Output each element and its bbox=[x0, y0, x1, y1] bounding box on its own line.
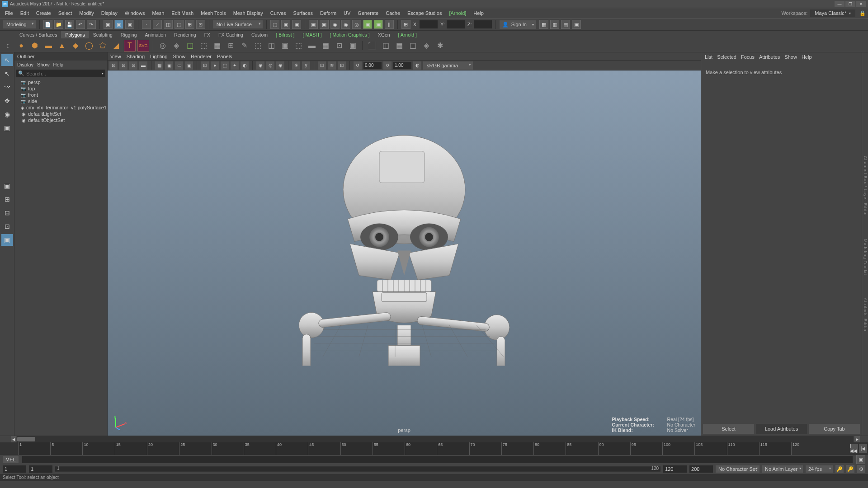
paint-select-icon[interactable]: 〰 bbox=[1, 81, 13, 93]
shelf-tab-rendering[interactable]: Rendering bbox=[170, 31, 200, 38]
four-view-icon[interactable]: ⊞ bbox=[1, 193, 13, 205]
vp-smooth-shade-icon[interactable]: ● bbox=[211, 61, 219, 70]
poly-type-icon[interactable]: T bbox=[124, 40, 136, 52]
live-surface-selector[interactable]: No Live Surface bbox=[213, 20, 263, 28]
vp-menu-panels[interactable]: Panels bbox=[217, 54, 232, 59]
outliner-search[interactable]: 🔍 ▾ bbox=[16, 70, 105, 77]
z-field[interactable] bbox=[474, 20, 492, 28]
vp-gamma-reset-icon[interactable]: ↺ bbox=[383, 61, 392, 70]
menu-arnold[interactable]: [Arnold] bbox=[446, 9, 469, 17]
attr-menu-list[interactable]: List bbox=[705, 54, 712, 60]
vp-lock-camera-icon[interactable]: ⊡ bbox=[119, 61, 127, 70]
select-tool-icon[interactable]: ↖ bbox=[1, 54, 13, 66]
poly-platonic-icon[interactable]: ◈ bbox=[170, 40, 182, 52]
outliner-node-objectset[interactable]: ◉defaultObjectSet bbox=[14, 117, 107, 123]
anim-prefs-icon[interactable]: ⚙ bbox=[857, 465, 865, 473]
poly-cube-icon[interactable]: ⬢ bbox=[29, 40, 41, 52]
scroll-left-icon[interactable]: ◀ bbox=[11, 436, 16, 442]
cache-icon[interactable]: ▣ bbox=[374, 20, 383, 29]
signin-button[interactable]: 👤Sign In bbox=[500, 20, 536, 29]
playblast-icon[interactable]: ▣ bbox=[363, 20, 372, 29]
vp-grid-icon[interactable]: ▦ bbox=[155, 61, 163, 70]
poly-soccer-icon[interactable]: ⊞ bbox=[225, 40, 236, 52]
menu-escape-studios[interactable]: Escape Studios bbox=[404, 9, 445, 17]
pause-icon[interactable]: || bbox=[385, 20, 394, 29]
select-uv-icon[interactable]: ⬚ bbox=[175, 20, 184, 29]
vp-gamma-field[interactable]: 1.00 bbox=[393, 62, 411, 69]
shelf-tab-fx[interactable]: FX bbox=[200, 31, 214, 38]
select-hierarchy-icon[interactable]: ▣ bbox=[104, 20, 113, 29]
tab-modeling-toolkit[interactable]: Modeling Toolkit bbox=[863, 239, 868, 275]
menu-mesh-tools[interactable]: Mesh Tools bbox=[198, 9, 229, 17]
vp-resolution-gate-icon[interactable]: ▭ bbox=[175, 61, 183, 70]
shelf-tab-fxcaching[interactable]: FX Caching bbox=[214, 31, 247, 38]
tab-channelbox[interactable]: Channel Box / Layer Editor bbox=[863, 156, 868, 216]
redo-icon[interactable]: ↷ bbox=[87, 20, 96, 29]
outliner-menu-display[interactable]: Display bbox=[17, 62, 33, 67]
fill-hole-icon[interactable]: ▣ bbox=[347, 40, 359, 52]
minimize-button[interactable]: — bbox=[835, 1, 844, 7]
y-field[interactable] bbox=[447, 20, 465, 28]
menu-file[interactable]: File bbox=[2, 9, 16, 17]
poly-disc-icon[interactable]: ◎ bbox=[157, 40, 169, 52]
menu-uv[interactable]: UV bbox=[340, 9, 354, 17]
attr-menu-help[interactable]: Help bbox=[802, 54, 812, 60]
light-editor-icon[interactable]: ◉ bbox=[341, 20, 350, 29]
menu-edit[interactable]: Edit bbox=[17, 9, 32, 17]
vp-exposure-reset-icon[interactable]: ↺ bbox=[354, 61, 362, 70]
ipr-render-icon[interactable]: ▣ bbox=[292, 20, 301, 29]
mirror-icon[interactable]: ⬛ bbox=[366, 40, 378, 52]
vp-select-camera-icon[interactable]: ⊡ bbox=[109, 61, 118, 70]
hypershade-icon[interactable]: ◉ bbox=[330, 20, 340, 29]
fps-dropdown[interactable]: 24 fps bbox=[806, 465, 833, 473]
vp-exposure-icon[interactable]: ☀ bbox=[292, 61, 300, 70]
range-end-outer[interactable]: 200 bbox=[689, 465, 713, 473]
vp-colormgmt-icon[interactable]: ◐ bbox=[413, 61, 421, 70]
x-field[interactable] bbox=[420, 20, 438, 28]
shelf-tab-rigging[interactable]: Rigging bbox=[117, 31, 141, 38]
sculpt-icon[interactable]: ◫ bbox=[380, 40, 392, 52]
poly-svg-icon[interactable]: SVG bbox=[137, 40, 149, 52]
vp-color-transform[interactable]: sRGB gamma bbox=[423, 61, 473, 70]
select-component-icon[interactable]: ▣ bbox=[125, 20, 134, 29]
menu-select[interactable]: Select bbox=[55, 9, 75, 17]
attr-menu-show[interactable]: Show bbox=[784, 54, 797, 60]
menu-curves[interactable]: Curves bbox=[267, 9, 289, 17]
vp-menu-lighting[interactable]: Lighting bbox=[150, 54, 168, 59]
outliner-node-top[interactable]: 📷top bbox=[14, 85, 107, 92]
outliner-node-front[interactable]: 📷front bbox=[14, 92, 107, 98]
outliner-scroll[interactable]: ◀ ▶ bbox=[17, 436, 854, 442]
set-key-icon[interactable]: 🔑 bbox=[846, 465, 854, 473]
go-start-icon[interactable]: |◀◀ bbox=[850, 444, 858, 453]
shelf-tab-sculpting[interactable]: Sculpting bbox=[89, 31, 117, 38]
vp-film-gate-icon[interactable]: ▣ bbox=[165, 61, 173, 70]
menu-cache[interactable]: Cache bbox=[382, 9, 403, 17]
vp-exposure-field[interactable]: 0.00 bbox=[363, 62, 382, 69]
outliner-menu-help[interactable]: Help bbox=[53, 62, 64, 67]
shelf-tab-motion-graphics[interactable]: Motion Graphics bbox=[326, 31, 374, 38]
menu-help[interactable]: Help bbox=[470, 9, 487, 17]
vp-xray-joints-icon[interactable]: ◉ bbox=[276, 61, 284, 70]
scroll-right-icon[interactable]: ▶ bbox=[854, 436, 860, 442]
layout2-icon[interactable]: ⊡ bbox=[1, 221, 13, 232]
vp-ao-icon[interactable]: ⊡ bbox=[318, 61, 326, 70]
layout-3-icon[interactable]: ▤ bbox=[561, 20, 570, 29]
vp-menu-show[interactable]: Show bbox=[173, 54, 186, 59]
boolean-icon[interactable]: ▣ bbox=[279, 40, 291, 52]
render-frame-icon[interactable]: ▣ bbox=[281, 20, 290, 29]
vp-xray-icon[interactable]: ◎ bbox=[266, 61, 274, 70]
mode-selector[interactable]: Modeling bbox=[3, 20, 36, 28]
poly-cylinder-icon[interactable]: ▬ bbox=[42, 40, 54, 52]
poly-helix-icon[interactable]: ⬚ bbox=[198, 40, 209, 52]
append-icon[interactable]: ⊡ bbox=[333, 40, 345, 52]
snap-grid-icon[interactable]: ⊡ bbox=[196, 20, 205, 29]
select-face-icon[interactable]: ◫ bbox=[164, 20, 173, 29]
menu-edit-mesh[interactable]: Edit Mesh bbox=[168, 9, 197, 17]
vp-menu-view[interactable]: View bbox=[110, 54, 121, 59]
rotate-tool-icon[interactable]: ◉ bbox=[1, 108, 13, 120]
grid-snap-icon[interactable]: ⊞ bbox=[401, 20, 410, 29]
outliner-node-persp[interactable]: 📷persp bbox=[14, 79, 107, 85]
shelf-tab-custom[interactable]: Custom bbox=[247, 31, 272, 38]
vp-gamma-icon[interactable]: γ bbox=[302, 61, 310, 70]
vp-menu-shading[interactable]: Shading bbox=[127, 54, 145, 59]
